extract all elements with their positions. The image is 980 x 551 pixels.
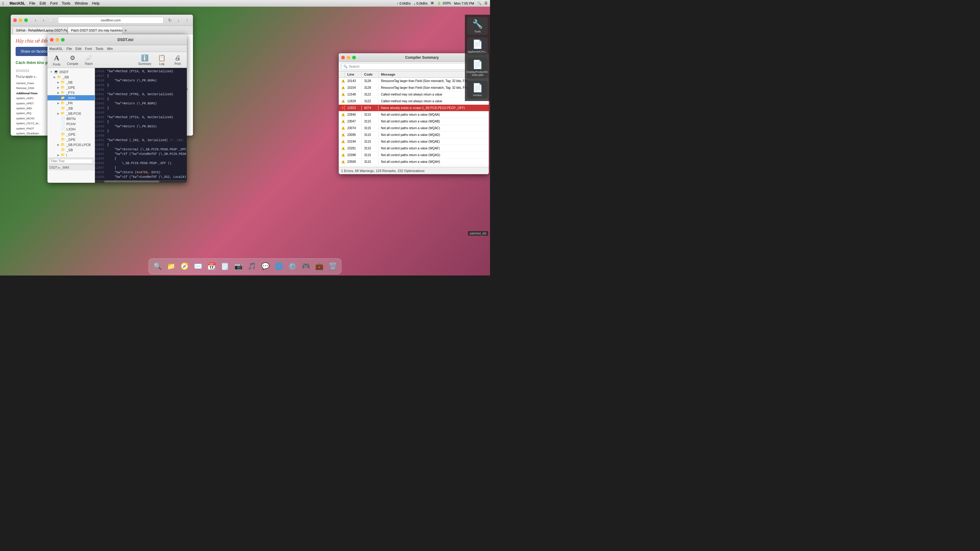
row-message: Not all control paths return a value (WQ…: [379, 133, 489, 137]
dock-web[interactable]: 🌐: [272, 260, 285, 272]
editor-menu-win[interactable]: Win: [107, 47, 113, 51]
menu-icon[interactable]: ☰: [485, 1, 488, 5]
row-code: 3122: [362, 92, 379, 97]
editor-menu-edit[interactable]: Edit: [76, 47, 81, 51]
app-name[interactable]: MaciASL: [10, 1, 25, 5]
sidebar-root[interactable]: ▼ 💻 DSDT: [48, 69, 95, 75]
sidebar-item-LXDH[interactable]: 📄 LXDH: [48, 126, 95, 132]
menu-edit[interactable]: Edit: [40, 1, 46, 5]
menu-tools[interactable]: Tools: [62, 1, 70, 5]
toolbar-fonts[interactable]: A Fonts: [51, 54, 62, 66]
line-content: }: [106, 129, 187, 133]
search-input[interactable]: [349, 65, 484, 68]
browser-titlebar: ‹ › ⬜ osx86vn.com ↻ ↓ ↑: [11, 15, 193, 26]
row-message: Not all control paths return a value (WQ…: [379, 153, 489, 157]
dock-finder2[interactable]: 💼: [313, 260, 325, 272]
editor-fullscreen-button[interactable]: [61, 38, 65, 41]
compiler-row-warning[interactable]: ⚠️ 23047 3115 Not all control paths retu…: [339, 118, 489, 125]
toolbar-patch[interactable]: 🩹 Patch: [83, 54, 94, 65]
compiler-search-bar[interactable]: 🔍: [341, 63, 486, 70]
editor-menu-font[interactable]: Font: [85, 47, 92, 51]
dock-photos[interactable]: 📷: [232, 260, 244, 272]
close-button[interactable]: [13, 18, 17, 22]
dock-settings[interactable]: ⚙️: [286, 260, 298, 272]
patch-icon: 🩹: [85, 54, 92, 62]
sidebar-item-_SB[interactable]: 📁 _SB: [48, 106, 95, 111]
menu-window[interactable]: Window: [75, 1, 88, 5]
code-scrollbar[interactable]: [95, 180, 187, 183]
editor-menu-file[interactable]: File: [67, 47, 72, 51]
new-tab-button[interactable]: +: [124, 27, 127, 34]
compiler-close[interactable]: [341, 56, 345, 59]
sidebar-item-_GPE[interactable]: 📁 _GPE: [48, 137, 95, 142]
panel-innolux[interactable]: 📄 Innolux: [467, 81, 488, 98]
fullscreen-button[interactable]: [24, 18, 28, 22]
sidebar-item-_WAK[interactable]: ▶📁 _WAK: [48, 95, 95, 100]
editor-minimize-button[interactable]: [56, 38, 59, 41]
sidebar-item-BRTN[interactable]: 📄 BRTN: [48, 116, 95, 121]
editor-close-button[interactable]: [50, 38, 54, 41]
toolbar-summary[interactable]: ℹ️ Summary: [138, 54, 151, 65]
sidebar-item-_SB[interactable]: 📁 _SB: [48, 147, 95, 152]
dock-files[interactable]: 📁: [165, 260, 177, 272]
back-button[interactable]: ‹: [32, 17, 39, 24]
line-content: "kw">Method (_INI, 0, Serialized) // _IN…: [106, 138, 187, 143]
browser-tab-2[interactable]: Patch DSDT-SSDT cho máy hackintosh (guid…: [68, 27, 123, 34]
filter-input[interactable]: [49, 159, 93, 164]
address-bar[interactable]: osx86vn.com: [58, 17, 164, 24]
compiler-minimize[interactable]: [347, 56, 350, 59]
dock-safari[interactable]: 🧭: [178, 260, 191, 272]
compiler-row-warning[interactable]: ⚠️ 23095 3115 Not all control paths retu…: [339, 132, 489, 138]
panel-display[interactable]: 📄 DisplayProductID-15d2.plist: [467, 57, 488, 78]
download-button[interactable]: ↓: [175, 17, 182, 24]
compiler-row-warning[interactable]: ⚠️ 23074 3115 Not all control paths retu…: [339, 125, 489, 132]
panel-tools[interactable]: 🔧 Tools: [467, 17, 488, 35]
search-icon[interactable]: 🔍: [477, 1, 481, 5]
dock-mail[interactable]: ✉️: [192, 260, 204, 272]
sidebar-item-_GPE[interactable]: 📁 _GPE: [48, 132, 95, 137]
compiler-row-warning[interactable]: ⚠️ 23194 3115 Not all control paths retu…: [339, 138, 489, 145]
browser-tab-1[interactable]: GitHub - RehabMan/Laptop-DSDT-Patch: Com…: [13, 27, 68, 34]
panel-cpu[interactable]: 📄 AppleIntelCPU...: [467, 37, 488, 55]
code-editor[interactable]: 12636"kw">Method (PTIA, 0, NotSerialized…: [95, 68, 187, 183]
toolbar-print[interactable]: 🖨 Print: [172, 54, 183, 65]
display-icon: 📄: [472, 59, 483, 70]
sidebar-item-_PTS[interactable]: ▶📁 _PTS: [48, 90, 95, 95]
menu-help[interactable]: Help: [92, 1, 100, 5]
minimize-button[interactable]: [19, 18, 22, 22]
toolbar-compile[interactable]: ⚙ Compile: [67, 54, 78, 65]
compiler-row-warning[interactable]: ⚠️ 23509 3115 Not all control paths retu…: [339, 159, 489, 165]
sidebar-item-PCHV[interactable]: 📄 PCHV: [48, 121, 95, 126]
sidebar-item-_[interactable]: ▶📁 \: [48, 152, 95, 158]
compiler-row-error[interactable]: 🔴 12653 6074 Name already exists in scop…: [339, 105, 489, 111]
sidebar-item-_GPE[interactable]: ▶📁 _GPE: [48, 85, 95, 90]
editor-menu-app[interactable]: MaciASL: [49, 47, 63, 51]
sidebar-item-_SB[interactable]: ▶📁 _SB: [48, 79, 95, 85]
dock-trash[interactable]: 🗑️: [326, 260, 339, 272]
dock-finder[interactable]: 🔍: [151, 260, 164, 272]
compiler-row-warning[interactable]: ⚠️ 23281 3115 Not all control paths retu…: [339, 145, 489, 152]
sidebar-item-_PR[interactable]: ▶📁 _PR: [48, 100, 95, 106]
apple-menu[interactable]: : [2, 1, 4, 6]
dock-music[interactable]: 🎵: [246, 260, 258, 272]
sidebar-toggle[interactable]: ⬜: [48, 17, 55, 24]
menu-file[interactable]: File: [29, 1, 35, 5]
line-number: 12653: [95, 147, 106, 152]
dock-calendar[interactable]: 📆: [205, 260, 218, 272]
sidebar-item-_SB_PCI0_LPCB[interactable]: ▶📁 _SB.PCI0.LPCB: [48, 142, 95, 147]
dock-messages[interactable]: 💬: [259, 260, 271, 272]
sidebar-item-_SB_PCI0[interactable]: ▶📁 _SB.PCI0: [48, 111, 95, 116]
toolbar-log[interactable]: 📋 Log: [156, 54, 167, 65]
compiler-maximize[interactable]: [352, 56, 356, 59]
dock-notes[interactable]: 🗒️: [219, 260, 231, 272]
forward-button[interactable]: ›: [40, 17, 47, 24]
share-button[interactable]: ↑: [184, 17, 191, 24]
dock-appstore[interactable]: 🎮: [299, 260, 312, 272]
compiler-row-warning[interactable]: ⚠️ 23398 3115 Not all control paths retu…: [339, 152, 489, 159]
editor-menu-tools[interactable]: Tools: [95, 47, 103, 51]
code-line-12639: 12639}: [95, 83, 187, 87]
compiler-row-warning[interactable]: ⚠️ 22840 3115 Not all control paths retu…: [339, 111, 489, 118]
menu-font[interactable]: Font: [50, 1, 57, 5]
sidebar-item-_SB[interactable]: ▶📁 _SB: [48, 75, 95, 79]
reload-button[interactable]: ↻: [167, 17, 173, 24]
